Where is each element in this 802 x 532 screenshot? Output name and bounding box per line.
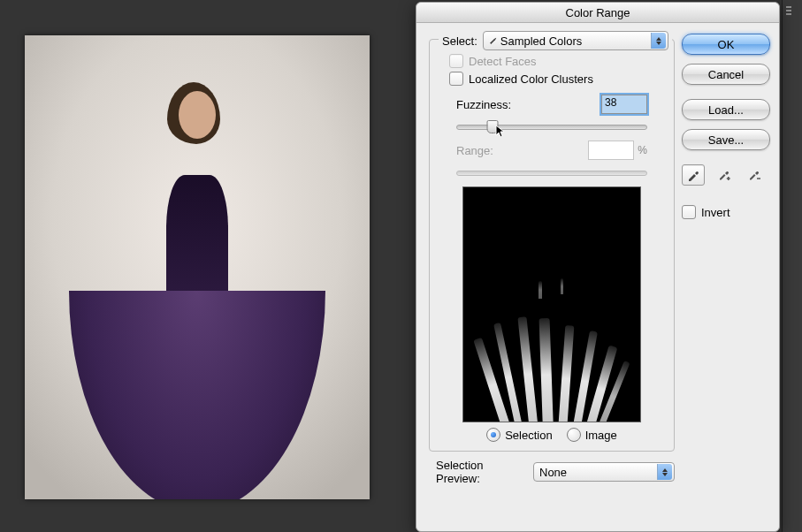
slider-thumb[interactable] [487, 120, 499, 133]
ok-label: OK [718, 38, 735, 51]
fuzziness-label: Fuzziness: [456, 98, 511, 111]
select-dropdown[interactable]: Sampled Colors [483, 31, 668, 50]
dialog-title: Color Range [566, 6, 630, 19]
save-label: Save... [708, 133, 744, 147]
eyedropper-add-tool[interactable] [714, 164, 735, 184]
radio-image-button[interactable] [567, 428, 581, 442]
save-button[interactable]: Save... [682, 129, 770, 150]
localized-clusters-checkbox[interactable] [449, 72, 463, 86]
invert-label: Invert [701, 206, 730, 219]
chevron-updown-icon [657, 464, 672, 480]
eyedropper-icon [686, 168, 700, 182]
selection-preview-dropdown[interactable]: None [533, 462, 675, 482]
panel-icon [784, 4, 800, 18]
localized-clusters-label: Localized Color Clusters [469, 72, 593, 86]
color-range-dialog: Color Range Select: Sampled Colors Detec… [416, 2, 780, 532]
preview-mask [477, 316, 627, 422]
radio-selection-button[interactable] [486, 428, 500, 442]
eyedropper-icon [487, 34, 500, 47]
select-dropdown-value: Sampled Colors [500, 34, 583, 48]
eyedropper-sample-tool[interactable] [682, 164, 705, 186]
fuzziness-slider[interactable] [456, 119, 647, 132]
eyedropper-subtract-tool[interactable] [744, 164, 765, 184]
chevron-updown-icon [651, 33, 666, 49]
radio-image[interactable]: Image [567, 428, 617, 442]
eyedropper-tools [682, 164, 770, 186]
figure-head [179, 91, 216, 139]
cancel-button[interactable]: Cancel [682, 64, 770, 85]
svg-rect-0 [757, 178, 760, 179]
load-label: Load... [708, 103, 744, 117]
selection-preview-thumbnail[interactable] [462, 186, 641, 422]
invert-checkbox[interactable] [682, 205, 696, 219]
app-panel-edge [782, 0, 802, 532]
radio-selection[interactable]: Selection [486, 428, 552, 442]
ok-button[interactable]: OK [682, 34, 770, 55]
invert-row[interactable]: Invert [682, 205, 770, 219]
detect-faces-checkbox [449, 54, 463, 68]
preview-mode-radios: Selection Image [439, 428, 665, 442]
eyedropper-plus-icon [717, 167, 731, 181]
radio-selection-label: Selection [505, 429, 552, 442]
select-label: Select: [442, 34, 477, 48]
dialog-titlebar[interactable]: Color Range [416, 3, 779, 23]
range-input [588, 141, 634, 160]
fuzziness-input[interactable]: 38 [601, 95, 647, 114]
select-group: Select: Sampled Colors Detect Faces Loca… [429, 39, 675, 452]
detect-faces-label: Detect Faces [469, 55, 537, 68]
cancel-label: Cancel [708, 68, 744, 81]
eyedropper-minus-icon [747, 167, 761, 181]
range-label: Range: [456, 144, 493, 157]
slider-track [456, 171, 647, 176]
selection-preview-value: None [539, 466, 567, 479]
range-slider [456, 165, 647, 178]
selection-preview-label: Selection Preview: [436, 459, 526, 485]
detect-faces-row: Detect Faces [449, 54, 665, 68]
range-unit: % [638, 144, 647, 156]
slider-track [456, 125, 647, 130]
document-canvas[interactable] [25, 35, 370, 499]
localized-clusters-row[interactable]: Localized Color Clusters [449, 72, 665, 86]
figure-bodice [166, 175, 228, 308]
radio-image-label: Image [585, 429, 617, 442]
load-button[interactable]: Load... [682, 99, 770, 120]
